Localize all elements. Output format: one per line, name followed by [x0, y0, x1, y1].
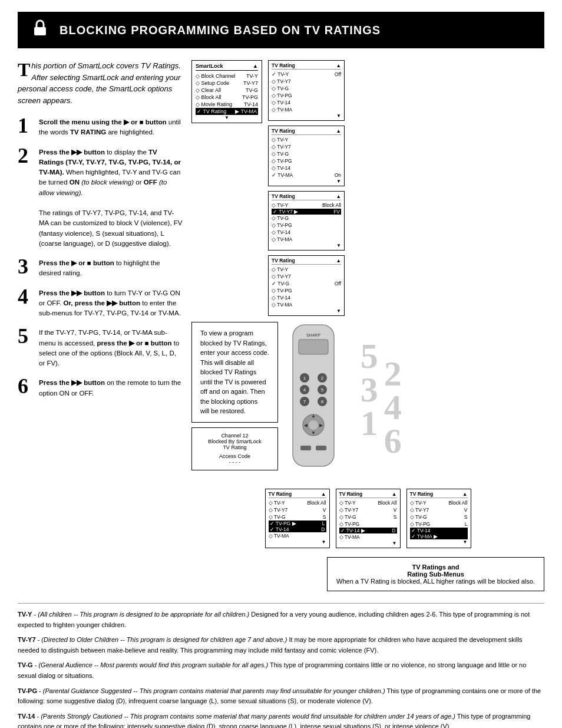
tip-line-4: This will disable all — [200, 358, 269, 368]
def-tvg-italic: (General Audience -- Most parents would … — [38, 661, 268, 668]
rb3-item-tvy: ◇ TV-YBlock All — [272, 202, 341, 209]
svg-text:▲: ▲ — [311, 413, 316, 419]
rb4-item-tv14: ◇ TV-14 — [272, 294, 341, 301]
rb4-arrow: ▼ — [272, 308, 341, 314]
smartlock-label: SmartLock — [196, 63, 223, 69]
drop-cap: T — [18, 60, 30, 79]
rb4-item-tvy7: ◇ TV-Y7 — [272, 273, 341, 280]
menu-item-block-all: ◇ Block AllTV-PG — [196, 94, 258, 101]
brb3-tv14: ✓ TV-14 — [410, 528, 468, 533]
svg-text:2: 2 — [321, 375, 324, 381]
definitions-section: TV-Y - (All children -- This program is … — [18, 603, 544, 728]
svg-text:▶: ▶ — [319, 423, 323, 428]
menu-item-tv-rating: ✓ TV Rating▶ TV-MA — [196, 108, 258, 115]
callout-title: TV Ratings and — [336, 564, 535, 571]
svg-text:7: 7 — [303, 399, 306, 404]
def-tvpg-italic: (Parental Guidance Suggested -- This pro… — [43, 687, 385, 694]
rb1-title: TV Rating▲ — [272, 62, 341, 70]
brb2-tvg: ◇ TV-GS — [339, 513, 397, 521]
step-3-text: Press the ▶ or ■ button to highlight the… — [39, 256, 183, 279]
bottom-rating-box-3: TV Rating▲ ◇ TV-YBlock All ◇ TV-Y7V ◇ TV… — [406, 489, 471, 548]
brb1-tv14: ✓ TV-14D — [269, 526, 326, 532]
step-5-number: 5 — [18, 325, 34, 347]
rating-box-1: TV Rating▲ ✓ TV-YOff ◇ TV-Y7 ◇ TV-G ◇ TV… — [268, 60, 345, 121]
brb1-tvpg: ✓ TV-PG ▶L — [269, 521, 326, 526]
rb2-item-tv14: ◇ TV-14 — [272, 164, 341, 172]
svg-text:1: 1 — [303, 375, 306, 381]
rb4-item-tvma: ◇ TV-MA — [272, 301, 341, 308]
page-header: Blocking Programming Based on TV Ratings — [18, 12, 544, 48]
brb1-title: TV Rating▲ — [269, 491, 326, 498]
def-tv14-italic: (Parents Strongly Cautioned -- This prog… — [41, 713, 455, 720]
tip-line-3: enter your access code. — [200, 348, 269, 358]
rb2-title: TV Rating▲ — [272, 128, 341, 135]
blocked-by: Blocked By SmartLock — [198, 439, 272, 444]
rb3-item-tvg: ◇ TV-G — [272, 215, 341, 222]
rb4-title: TV Rating▲ — [272, 258, 341, 265]
step-3-number: 3 — [18, 256, 34, 277]
intro-body: his portion of SmartLock covers TV Ratin… — [18, 61, 181, 105]
rb2-item-tvpg: ◇ TV-PG — [272, 157, 341, 164]
big-numbers-overlay: 531 — [361, 340, 378, 440]
def-tvy7-italic: (Directed to Older Children -- This prog… — [41, 636, 287, 643]
step-2-number: 2 — [18, 145, 34, 166]
rb2-item-tvma: ✓ TV-MAOn — [272, 172, 341, 179]
brb2-tvpg: ◇ TV-PG — [339, 521, 397, 528]
big-numbers-overlay-2: 246 — [384, 357, 402, 458]
menu-item-block-channel: ◇ Block ChannelTV-Y — [196, 73, 258, 80]
tip-line-2: blocked by TV Ratings, — [200, 338, 269, 348]
rb3-item-tvma: ◇ TV-MA — [272, 236, 341, 243]
ratings-callout-box: TV Ratings and Rating Sub-Menus When a T… — [327, 557, 544, 591]
def-tvy: TV-Y - (All children -- This program is … — [18, 610, 544, 630]
brb3-tvy7: ◇ TV-Y7V — [410, 506, 468, 513]
remote-area: SHARP 1 2 4 5 7 8 — [284, 322, 343, 483]
left-column: T his portion of SmartLock covers TV Rat… — [18, 60, 183, 591]
blocked-tv-rating: TV Rating — [198, 444, 272, 450]
brb3-tvy: ◇ TV-YBlock All — [410, 499, 468, 506]
brb2-tvy: ◇ TV-YBlock All — [339, 499, 397, 506]
brb3-tvma: ✓ TV-MA ▶ — [410, 533, 468, 539]
brb1-tvg: ◇ TV-GS — [269, 513, 326, 521]
step-3: 3 Press the ▶ or ■ button to highlight t… — [18, 256, 183, 279]
svg-text:4: 4 — [303, 387, 306, 393]
brb3-title: TV Rating▲ — [410, 491, 468, 498]
rb1-item-tvy7: ◇ TV-Y7 — [272, 78, 341, 85]
menu-item-setup-code: ◇ Setup CodeTV-Y7 — [196, 80, 258, 87]
access-code-label: Access Code — [198, 453, 272, 459]
rb3-item-tvy7: ✓ TV-Y7 ▶FV — [272, 209, 341, 215]
tip-blocked-area: To view a program blocked by TV Ratings,… — [191, 322, 278, 470]
svg-rect-3 — [299, 340, 328, 354]
def-tvy7-term: TV-Y7 — [18, 636, 36, 643]
rb4-item-tvpg: ◇ TV-PG — [272, 287, 341, 294]
callout-subtitle: Rating Sub-Menus — [336, 571, 535, 578]
svg-text:▼: ▼ — [311, 430, 316, 436]
brb1-arrow: ▼ — [269, 539, 326, 545]
middle-section: To view a program blocked by TV Ratings,… — [191, 322, 544, 483]
bottom-rating-box-2: TV Rating▲ ◇ TV-YBlock All ◇ TV-Y7V ◇ TV… — [336, 489, 401, 548]
callout-description: When a TV Rating is blocked, ALL higher … — [336, 578, 535, 585]
svg-point-17 — [309, 420, 318, 430]
tip-line-8: the blocking options — [200, 397, 269, 407]
step-1: 1 Scroll the menu using the ▶ or ■ butto… — [18, 115, 183, 138]
blocked-screen-box: Channel 12 Blocked By SmartLock TV Ratin… — [191, 427, 278, 470]
rating-boxes-right: TV Rating▲ ✓ TV-YOff ◇ TV-Y7 ◇ TV-G ◇ TV… — [268, 60, 345, 316]
ratings-callout-area: TV Ratings and Rating Sub-Menus When a T… — [191, 554, 544, 591]
rb2-item-tvy: ◇ TV-Y — [272, 136, 341, 143]
blocked-channel: Channel 12 — [198, 433, 272, 439]
svg-text:5: 5 — [321, 387, 324, 393]
smartlock-arrow-up: ▲ — [253, 63, 258, 69]
step-4-text: Press the ▶▶ button to turn TV-Y or TV-G… — [39, 286, 183, 319]
rb4-item-tvy: ◇ TV-Y — [272, 266, 341, 273]
lock-icon — [29, 18, 51, 42]
tip-line-1: To view a program — [200, 328, 269, 338]
svg-rect-23 — [316, 446, 326, 450]
def-tvy-italic: (All children -- This program is designe… — [38, 611, 249, 618]
brb3-tvpg: ◇ TV-PGL — [410, 521, 468, 528]
steps-container: 1 Scroll the menu using the ▶ or ■ butto… — [18, 115, 183, 398]
rating-box-2: TV Rating▲ ◇ TV-Y ◇ TV-Y7 ◇ TV-G ◇ TV-PG… — [268, 126, 345, 186]
rb2-item-tvy7: ◇ TV-Y7 — [272, 143, 341, 150]
rb3-item-tv14: ◇ TV-14 — [272, 229, 341, 236]
top-diagram-row: SmartLock ▲ ◇ Block ChannelTV-Y ◇ Setup … — [191, 60, 544, 316]
smartlock-arrow-down: ▼ — [196, 115, 258, 120]
step-2-text: Press the ▶▶ button to display the TV Ra… — [39, 145, 183, 249]
